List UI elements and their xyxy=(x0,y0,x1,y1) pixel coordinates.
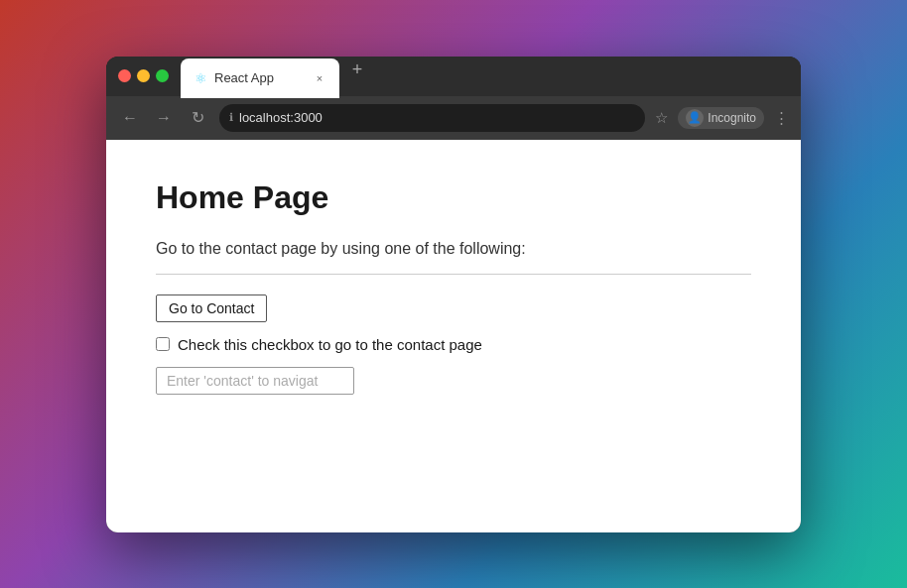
incognito-label: Incognito xyxy=(708,111,756,125)
title-bar: ⚛ React App × + xyxy=(106,57,801,96)
security-icon: ℹ xyxy=(229,111,233,124)
checkbox-label: Check this checkbox to go to the contact… xyxy=(178,336,482,353)
minimize-button[interactable] xyxy=(137,69,150,82)
tab-title: React App xyxy=(214,70,306,85)
reload-button[interactable]: ↻ xyxy=(186,106,209,130)
page-title: Home Page xyxy=(156,179,751,216)
back-button[interactable]: ← xyxy=(118,106,142,130)
tab-close-icon[interactable]: × xyxy=(312,70,327,86)
contact-checkbox[interactable] xyxy=(156,337,170,351)
bookmark-icon[interactable]: ☆ xyxy=(655,109,668,127)
url-text: localhost:3000 xyxy=(239,110,323,125)
close-button[interactable] xyxy=(118,69,131,82)
page-description: Go to the contact page by using one of t… xyxy=(156,240,751,258)
page-content: Home Page Go to the contact page by usin… xyxy=(106,140,801,532)
browser-window: ⚛ React App × + ← → ↻ ℹ localhost:3000 ☆… xyxy=(106,57,801,532)
toolbar-right: ☆ 👤 Incognito ⋮ xyxy=(655,107,789,129)
address-bar: ← → ↻ ℹ localhost:3000 ☆ 👤 Incognito ⋮ xyxy=(106,96,801,140)
checkbox-row: Check this checkbox to go to the contact… xyxy=(156,336,751,353)
incognito-badge[interactable]: 👤 Incognito xyxy=(678,107,764,129)
tab-bar: ⚛ React App × + xyxy=(181,57,789,96)
go-to-contact-button[interactable]: Go to Contact xyxy=(156,294,267,322)
divider xyxy=(156,274,751,275)
incognito-avatar-icon: 👤 xyxy=(686,109,704,127)
maximize-button[interactable] xyxy=(156,69,169,82)
traffic-lights xyxy=(118,69,169,82)
address-input[interactable]: ℹ localhost:3000 xyxy=(219,104,645,132)
active-tab[interactable]: ⚛ React App × xyxy=(181,59,339,98)
forward-button[interactable]: → xyxy=(152,106,176,130)
new-tab-button[interactable]: + xyxy=(343,57,371,84)
browser-menu-icon[interactable]: ⋮ xyxy=(774,109,789,127)
contact-text-input[interactable] xyxy=(156,367,354,395)
tab-favicon-icon: ⚛ xyxy=(193,70,208,86)
